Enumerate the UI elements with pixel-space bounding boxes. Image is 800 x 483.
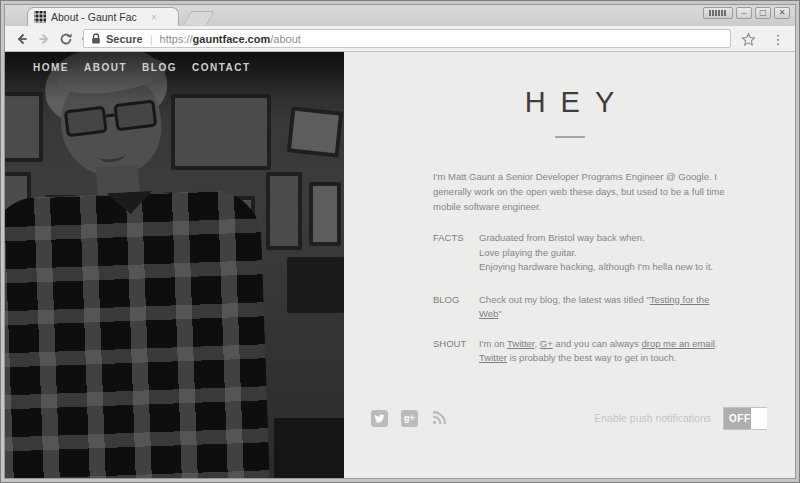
- fact-line: Love playing the guitar.: [479, 246, 713, 261]
- close-button[interactable]: ✕: [774, 7, 790, 19]
- address-bar[interactable]: Secure | https://gauntface.com/about: [83, 29, 731, 48]
- browser-window: About - Gaunt Fac × – ▢ ✕: [0, 0, 800, 483]
- shout-line: I'm on Twitter, G+ and you can always dr…: [479, 337, 718, 352]
- shout-text: and you can always: [553, 338, 642, 349]
- browser-toolbar: Secure | https://gauntface.com/about ⋮: [5, 26, 795, 52]
- wm-badge: [703, 7, 733, 19]
- shout-line: Twitter is probably the best way to get …: [479, 351, 718, 366]
- blog-line: Web": [479, 307, 709, 322]
- site-nav: HOME ABOUT BLOG CONTACT: [33, 62, 251, 73]
- push-notifications-toggle[interactable]: OFF: [723, 407, 767, 430]
- shout-text: is probably the best way to get in touch…: [507, 352, 677, 363]
- fact-line: Graduated from Bristol way back when.: [479, 231, 713, 246]
- intro-paragraph: I'm Matt Gaunt a Senior Developer Progra…: [433, 169, 795, 214]
- nav-item-contact[interactable]: CONTACT: [192, 62, 251, 73]
- url-text: https://gauntface.com/about: [160, 33, 301, 45]
- page-footer: g+ Enable push notifications OFF: [344, 406, 795, 430]
- nav-item-home[interactable]: HOME: [33, 62, 69, 73]
- browser-tab[interactable]: About - Gaunt Fac ×: [27, 7, 179, 26]
- page-content: HOME ABOUT BLOG CONTACT HEY I'm Matt Gau…: [5, 52, 795, 478]
- photo-dark-overlay: [5, 52, 344, 478]
- window-controls: – ▢ ✕: [703, 7, 790, 19]
- hero-photo: HOME ABOUT BLOG CONTACT: [5, 52, 344, 478]
- nav-item-blog[interactable]: BLOG: [142, 62, 177, 73]
- tab-strip: About - Gaunt Fac × – ▢ ✕: [5, 5, 795, 26]
- intro-line: mobile software engineer.: [433, 199, 795, 214]
- shout-section: SHOUT I'm on Twitter, G+ and you can alw…: [433, 337, 795, 366]
- blog-text: Check out my blog, the latest was titled…: [479, 294, 650, 305]
- maximize-button[interactable]: ▢: [755, 7, 771, 19]
- twitter-link[interactable]: Twitter: [507, 338, 534, 349]
- gplus-link[interactable]: G+: [540, 338, 553, 349]
- url-divider: |: [150, 33, 153, 45]
- url-path: /about: [270, 33, 301, 45]
- refresh-button[interactable]: [55, 28, 77, 50]
- shout-text: I'm on: [479, 338, 507, 349]
- rss-icon[interactable]: [431, 410, 447, 426]
- back-button[interactable]: [11, 28, 33, 50]
- push-notifications-group: Enable push notifications OFF: [594, 407, 767, 430]
- blog-text: ": [498, 308, 501, 319]
- blog-label: BLOG: [433, 293, 479, 322]
- blog-post-link[interactable]: Testing for the: [650, 294, 710, 305]
- forward-button[interactable]: [33, 28, 55, 50]
- nav-item-about[interactable]: ABOUT: [84, 62, 127, 73]
- toggle-state-label: OFF: [724, 413, 751, 424]
- blog-line: Check out my blog, the latest was titled…: [479, 293, 709, 308]
- push-notifications-label: Enable push notifications: [594, 412, 711, 424]
- facts-label: FACTS: [433, 231, 479, 275]
- wm-badge-ink: [709, 10, 727, 16]
- browser-inner: About - Gaunt Fac × – ▢ ✕: [4, 4, 796, 479]
- shout-body: I'm on Twitter, G+ and you can always dr…: [479, 337, 718, 366]
- blog-body: Check out my blog, the latest was titled…: [479, 293, 709, 322]
- email-link[interactable]: drop me an email: [641, 338, 714, 349]
- browser-menu-icon[interactable]: ⋮: [769, 29, 787, 49]
- shout-label: SHOUT: [433, 337, 479, 366]
- photo-top-shade: [5, 52, 344, 100]
- minimize-button[interactable]: –: [736, 7, 752, 19]
- facts-section: FACTS Graduated from Bristol way back wh…: [433, 231, 795, 275]
- bookmark-star-icon[interactable]: [739, 30, 757, 48]
- twitter-icon[interactable]: [371, 410, 388, 427]
- page-title: HEY: [344, 86, 795, 119]
- google-plus-icon[interactable]: g+: [401, 410, 418, 427]
- tab-title-fade: [146, 9, 164, 25]
- about-main: HEY I'm Matt Gaunt a Senior Developer Pr…: [344, 52, 795, 478]
- new-tab-button[interactable]: [183, 11, 214, 25]
- blog-post-link[interactable]: Web: [479, 308, 498, 319]
- google-plus-glyph: g+: [404, 414, 415, 423]
- facts-body: Graduated from Bristol way back when. Lo…: [479, 231, 713, 275]
- fact-line: Enjoying hardware hacking, although I'm …: [479, 260, 713, 275]
- url-scheme: https://: [160, 33, 193, 45]
- intro-line: generally work on the open web these day…: [433, 184, 795, 199]
- blog-section: BLOG Check out my blog, the latest was t…: [433, 293, 795, 322]
- site-favicon-icon: [34, 11, 46, 23]
- lock-icon: [91, 33, 101, 45]
- secure-label: Secure: [106, 33, 143, 45]
- tab-title: About - Gaunt Fac: [51, 11, 149, 23]
- url-domain: gauntface.com: [193, 33, 271, 45]
- title-divider: [555, 136, 585, 138]
- toggle-knob[interactable]: [751, 408, 767, 429]
- shout-text: .: [715, 338, 718, 349]
- social-icons: g+: [371, 410, 447, 427]
- twitter-link[interactable]: Twitter: [479, 352, 507, 363]
- intro-line: I'm Matt Gaunt a Senior Developer Progra…: [433, 169, 795, 184]
